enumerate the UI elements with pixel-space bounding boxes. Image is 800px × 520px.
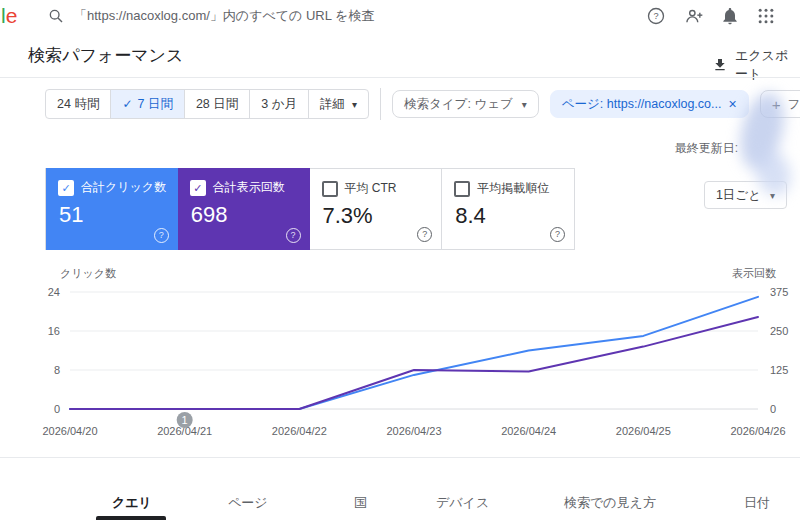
- range-3m[interactable]: 3 か月: [250, 90, 309, 118]
- granularity-dropdown[interactable]: 1日ごと ▾: [704, 181, 787, 209]
- svg-text:?: ?: [653, 11, 658, 21]
- svg-text:2026/04/20: 2026/04/20: [42, 425, 97, 437]
- chevron-down-icon: ▾: [770, 190, 775, 201]
- range-28d[interactable]: 28 日間: [185, 90, 250, 118]
- check-icon: ✓: [122, 97, 132, 111]
- tab-search-appearance[interactable]: 検索での見え方: [564, 494, 656, 512]
- range-custom[interactable]: 詳細▾: [309, 90, 368, 118]
- range-24h[interactable]: 24 時間: [46, 90, 111, 118]
- svg-text:0: 0: [54, 403, 60, 415]
- svg-text:1: 1: [182, 414, 188, 426]
- svg-text:8: 8: [54, 364, 60, 376]
- tab-dates[interactable]: 日付: [744, 494, 770, 512]
- svg-text:2026/04/24: 2026/04/24: [501, 425, 556, 437]
- help-icon[interactable]: ?: [646, 6, 666, 26]
- checkbox[interactable]: [322, 181, 338, 197]
- svg-text:2026/04/26: 2026/04/26: [730, 425, 785, 437]
- last-updated-label: 最終更新日:: [675, 140, 738, 157]
- metric-cards: ✓合計クリック数 51 ? ✓合計表示回数 698 ? 平均 CTR 7.3% …: [45, 168, 575, 250]
- left-axis-title: クリック数: [60, 266, 116, 281]
- metric-label: 平均 CTR: [345, 180, 397, 197]
- checkbox[interactable]: [454, 181, 470, 197]
- download-icon: [712, 57, 728, 73]
- date-range-group: 24 時間 ✓7 日間 28 日間 3 か月 詳細▾: [45, 89, 369, 119]
- metric-card[interactable]: 平均掲載順位 8.4 ?: [442, 169, 574, 249]
- close-icon[interactable]: ×: [728, 96, 736, 112]
- svg-text:2026/04/23: 2026/04/23: [386, 425, 441, 437]
- tabs-divider: [0, 457, 800, 458]
- metric-value: 7.3%: [323, 203, 373, 229]
- tab-countries[interactable]: 国: [354, 494, 367, 512]
- chevron-down-icon: ▾: [352, 99, 357, 110]
- metric-value: 698: [191, 202, 228, 228]
- search-icon: [48, 8, 64, 24]
- apps-grid-icon[interactable]: [756, 6, 776, 26]
- metric-label: 合計表示回数: [213, 179, 285, 196]
- metric-card[interactable]: ✓合計クリック数 51 ?: [46, 168, 178, 250]
- svg-text:375: 375: [770, 286, 788, 298]
- search-type-chip[interactable]: 検索タイプ: ウェブ ▾: [392, 90, 539, 118]
- plus-icon: +: [772, 96, 781, 113]
- performance-line-chart: 00812516250243752026/04/202026/04/212026…: [0, 283, 800, 448]
- checkbox[interactable]: ✓: [190, 180, 206, 196]
- metric-card[interactable]: 平均 CTR 7.3% ?: [310, 169, 443, 249]
- metric-card[interactable]: ✓合計表示回数 698 ?: [178, 168, 310, 250]
- dimension-tabs: クエリ ページ 国 デバイス 検索での見え方 日付: [0, 486, 800, 520]
- url-inspect-search[interactable]: 「https://nacoxlog.com/」内のすべての URL を検査: [48, 4, 374, 28]
- annotation-marker[interactable]: 1: [177, 412, 193, 428]
- metric-value: 8.4: [455, 203, 486, 229]
- filter-bar: 24 時間 ✓7 日間 28 日間 3 か月 詳細▾ 検索タイプ: ウェブ ▾ …: [45, 90, 800, 118]
- metric-value: 51: [59, 202, 83, 228]
- google-logo-partial: le: [1, 4, 17, 28]
- range-7d[interactable]: ✓7 日間: [111, 90, 185, 118]
- active-tab-indicator: [96, 516, 166, 520]
- help-icon[interactable]: ?: [417, 227, 432, 242]
- tab-queries[interactable]: クエリ: [112, 494, 152, 512]
- add-person-icon[interactable]: [684, 6, 704, 26]
- svg-text:2026/04/25: 2026/04/25: [616, 425, 671, 437]
- add-filter-chip[interactable]: + フィルタを追加: [760, 90, 800, 118]
- search-placeholder: 「https://nacoxlog.com/」内のすべての URL を検査: [74, 7, 374, 25]
- right-axis-title: 表示回数: [732, 266, 776, 281]
- page-title: 検索パフォーマンス: [28, 44, 183, 67]
- tab-pages[interactable]: ページ: [228, 494, 268, 512]
- svg-text:250: 250: [770, 325, 788, 337]
- page-filter-chip[interactable]: ページ: https://nacoxlog.co... ×: [550, 90, 749, 118]
- notifications-icon[interactable]: [720, 6, 740, 26]
- metric-label: 平均掲載順位: [477, 180, 549, 197]
- svg-text:125: 125: [770, 364, 788, 376]
- filter-separator: [380, 88, 381, 120]
- header-divider: [0, 77, 800, 78]
- checkbox[interactable]: ✓: [58, 180, 74, 196]
- svg-text:0: 0: [770, 403, 776, 415]
- svg-text:2026/04/22: 2026/04/22: [272, 425, 327, 437]
- top-app-bar: le 「https://nacoxlog.com/」内のすべての URL を検査…: [0, 0, 800, 32]
- chevron-down-icon: ▾: [522, 99, 527, 110]
- help-icon[interactable]: ?: [550, 227, 565, 242]
- metric-label: 合計クリック数: [81, 179, 166, 196]
- tab-devices[interactable]: デバイス: [436, 494, 489, 512]
- svg-text:16: 16: [48, 325, 60, 337]
- svg-text:24: 24: [48, 286, 60, 298]
- help-icon[interactable]: ?: [154, 228, 169, 243]
- help-icon[interactable]: ?: [286, 228, 301, 243]
